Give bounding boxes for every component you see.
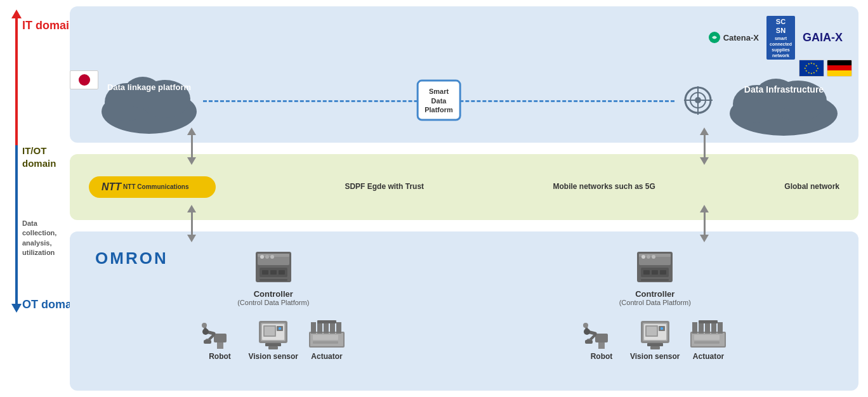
svg-rect-85: [585, 340, 593, 344]
itot-ot-arrows: [70, 224, 858, 228]
controller-label-left: Controller: [254, 289, 293, 299]
svg-point-36: [270, 255, 274, 259]
devices-right: Robot: [582, 316, 727, 361]
sdpf-label: SDPF Egde with Trust: [345, 181, 424, 192]
svg-rect-60: [324, 322, 329, 334]
cloud-right: ★ ★ ★ ★ ★ ★ ★ ★ ★ ★: [722, 63, 846, 138]
svg-rect-103: [694, 341, 720, 344]
svg-text:★: ★: [804, 67, 806, 70]
scsn-logo: SCSN smartconnectedsuppliesnetwork: [766, 16, 795, 60]
it-domain-label: IT domain: [22, 19, 76, 32]
cloud-left: Data linkage platform: [82, 64, 203, 136]
svg-point-73: [641, 255, 645, 259]
main-container: IT domain IT/OT domain Data collection, …: [0, 0, 868, 397]
svg-point-53: [279, 327, 281, 330]
eu-flag: ★ ★ ★ ★ ★ ★ ★ ★ ★ ★: [799, 60, 824, 77]
cloud-left-svg: [95, 64, 203, 134]
ot-domain-box: OMRON: [70, 231, 858, 391]
svg-rect-97: [692, 322, 697, 334]
itot-domain-label: IT/OT domain: [22, 145, 56, 169]
actuator-left: Actuator: [308, 316, 346, 361]
mobile-networks-label: Mobile networks such as 5G: [553, 181, 655, 192]
it-main-row: Data linkage platform Smart Data Platfor…: [82, 63, 846, 138]
svg-point-43: [202, 323, 207, 328]
actuator-icon-right: [689, 316, 727, 351]
ntt-communications-logo: NTT NTT Communications: [89, 176, 216, 198]
global-network-label: Global network: [784, 181, 839, 192]
svg-rect-33: [279, 270, 285, 275]
actuator-label-left: Actuator: [311, 352, 342, 361]
gaia-x-logo: GAIA-X: [803, 31, 843, 44]
svg-text:★: ★: [813, 62, 815, 65]
smart-data-platform-box: Smart Data Platform: [416, 80, 461, 121]
vision-sensor-label-left: Vision sensor: [249, 352, 298, 361]
controller-sublabel-left: (Control Data Platform): [237, 299, 309, 306]
svg-rect-31: [262, 270, 268, 275]
devices-left: Robot: [201, 316, 346, 361]
japan-flag: [70, 70, 98, 89]
svg-rect-64: [313, 341, 338, 344]
svg-rect-46: [204, 340, 211, 344]
plc-icon-left: [254, 251, 293, 286]
controller-label-right: Controller: [635, 289, 674, 299]
satellite-area: [681, 83, 716, 118]
arrow-left-bidir-2: [187, 205, 196, 242]
svg-rect-102: [694, 335, 720, 340]
actuator-label-right: Actuator: [693, 352, 724, 361]
arrow-right-bidir-2: [700, 205, 709, 242]
content-area: Catena-X SCSN smartconnectedsuppliesnetw…: [70, 0, 868, 397]
svg-point-75: [652, 255, 655, 259]
logos-row: Catena-X SCSN smartconnectedsuppliesnetw…: [82, 16, 846, 60]
domain-arrow: [11, 10, 22, 387]
omron-label: OMRON: [95, 249, 168, 268]
svg-point-81: [584, 329, 590, 335]
svg-point-82: [583, 323, 588, 328]
data-collection-label: Data collection, analysis, utilization: [22, 219, 56, 258]
svg-rect-59: [317, 322, 322, 334]
svg-text:★: ★: [817, 67, 819, 70]
vision-sensor-icon-right: [638, 316, 673, 351]
svg-point-92: [661, 327, 663, 330]
arrow-left-bidir: [187, 127, 196, 165]
robot-icon-right: [582, 316, 621, 351]
catena-x-text: Catena-X: [723, 33, 759, 42]
svg-rect-99: [705, 322, 710, 334]
vision-sensor-icon-left: [256, 316, 291, 351]
robot-label-right: Robot: [591, 352, 613, 361]
ot-inner: OMRON: [82, 241, 846, 361]
svg-rect-70: [643, 270, 650, 275]
ntt-text: NTT Communications: [123, 183, 188, 190]
controllers-area: Controller (Control Data Platform): [82, 251, 846, 361]
svg-rect-71: [652, 270, 658, 275]
svg-rect-76: [641, 279, 669, 281]
svg-text:★: ★: [813, 71, 815, 74]
robot-icon-left: [201, 316, 239, 351]
robot-right: Robot: [582, 316, 621, 361]
svg-rect-62: [336, 322, 341, 334]
data-infrastructure-text: Data Infrastructure: [735, 84, 833, 96]
catena-x-logo: Catena-X: [708, 31, 759, 44]
svg-rect-100: [711, 322, 716, 334]
controller-group-right: Controller (Control Data Platform): [495, 251, 815, 361]
left-labels: IT domain IT/OT domain Data collection, …: [0, 0, 70, 397]
svg-rect-93: [647, 343, 663, 346]
svg-point-74: [647, 255, 650, 259]
plc-icon-right: [636, 251, 674, 286]
svg-rect-65: [317, 320, 336, 323]
vision-sensor-left: Vision sensor: [249, 316, 298, 361]
svg-text:★: ★: [808, 71, 810, 74]
svg-rect-55: [268, 346, 278, 349]
arrow-right-bidir: [700, 127, 709, 165]
svg-rect-98: [699, 322, 704, 334]
data-linkage-text: Data linkage platform: [105, 82, 194, 93]
svg-rect-37: [260, 279, 287, 281]
it-itot-arrows: [70, 146, 858, 150]
svg-rect-104: [699, 320, 718, 323]
satellite-icon: [681, 83, 716, 118]
vision-sensor-label-right: Vision sensor: [630, 352, 680, 361]
it-domain-box: Catena-X SCSN smartconnectedsuppliesnetw…: [70, 6, 858, 143]
svg-rect-101: [718, 322, 723, 334]
germany-flag: [827, 60, 852, 77]
svg-rect-39: [214, 334, 227, 342]
svg-rect-90: [647, 327, 657, 335]
